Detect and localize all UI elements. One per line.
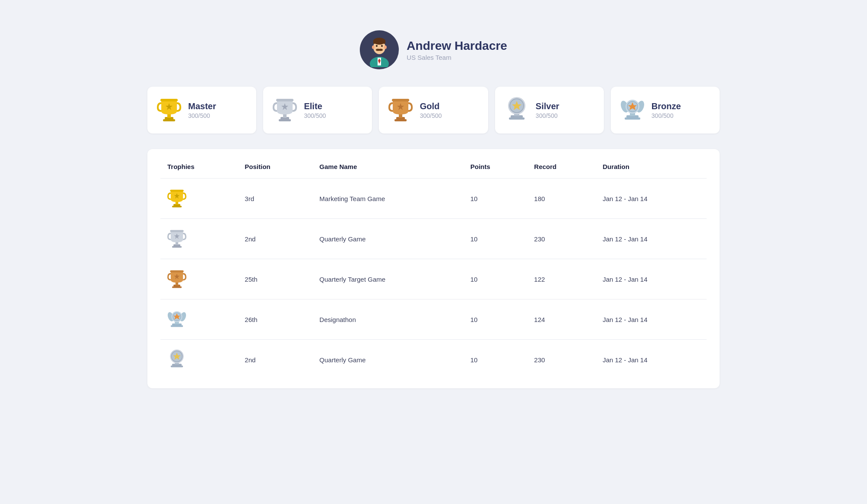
silver-trophy-icon: [505, 95, 529, 125]
row-record: 180: [527, 179, 596, 219]
svg-rect-14: [163, 119, 175, 121]
svg-point-12: [381, 45, 383, 47]
row-record: 124: [527, 299, 596, 340]
row-trophy: [160, 259, 238, 299]
master-card-info: Master 300/500: [188, 101, 216, 119]
profile-team: US Sales Team: [407, 54, 507, 61]
row-position: 3rd: [238, 179, 313, 219]
svg-point-10: [378, 49, 383, 51]
col-duration: Duration: [596, 153, 707, 179]
row-game: Marketing Team Game: [313, 179, 463, 219]
row-position: 2nd: [238, 219, 313, 259]
svg-rect-43: [172, 206, 182, 208]
gold-score: 300/500: [420, 112, 442, 119]
svg-rect-24: [394, 119, 407, 121]
row-points: 10: [463, 259, 527, 299]
svg-rect-66: [171, 366, 183, 367]
svg-rect-29: [509, 117, 525, 120]
row-game: Quarterly Target Game: [313, 259, 463, 299]
svg-point-11: [376, 45, 378, 47]
row-points: 10: [463, 179, 527, 219]
svg-rect-19: [279, 119, 291, 121]
col-trophies: Trophies: [160, 153, 238, 179]
elite-score: 300/500: [304, 112, 326, 119]
svg-rect-26: [392, 99, 409, 101]
svg-rect-55: [170, 270, 183, 273]
profile-info: Andrew Hardacre US Sales Team: [407, 39, 507, 61]
row-duration: Jan 12 - Jan 14: [596, 219, 707, 259]
profile-name: Andrew Hardacre: [407, 39, 507, 53]
row-points: 10: [463, 340, 527, 380]
svg-point-7: [372, 46, 375, 49]
master-trophy-icon: [157, 95, 181, 125]
row-trophy: [160, 179, 238, 219]
svg-rect-6: [373, 40, 385, 44]
svg-rect-35: [625, 117, 640, 120]
col-game: Game Name: [313, 153, 463, 179]
trophy-card-silver: Silver 300/500: [495, 87, 604, 133]
svg-rect-50: [170, 230, 183, 232]
svg-rect-21: [276, 99, 293, 101]
table-row: 25th Quarterly Target Game 10 122 Jan 12…: [160, 259, 707, 299]
row-position: 2nd: [238, 340, 313, 380]
silver-label: Silver: [536, 101, 559, 111]
trophy-card-bronze: Bronze 300/500: [611, 87, 720, 133]
col-record: Record: [527, 153, 596, 179]
bronze-card-info: Bronze 300/500: [652, 101, 681, 119]
svg-rect-16: [160, 99, 178, 101]
row-position: 26th: [238, 299, 313, 340]
row-game: Designathon: [313, 299, 463, 340]
table-section: Trophies Position Game Name Points Recor…: [147, 149, 720, 388]
table-row: 3rd Marketing Team Game 10 180 Jan 12 - …: [160, 179, 707, 219]
profile-section: Andrew Hardacre US Sales Team: [147, 17, 720, 87]
svg-rect-53: [172, 286, 182, 288]
page-container: Andrew Hardacre US Sales Team: [130, 9, 737, 406]
trophies-table: Trophies Position Game Name Points Recor…: [160, 153, 707, 380]
trophy-card-master: Master 300/500: [147, 87, 256, 133]
elite-card-info: Elite 300/500: [304, 101, 326, 119]
avatar: [360, 30, 399, 69]
silver-score: 300/500: [536, 112, 559, 119]
row-duration: Jan 12 - Jan 14: [596, 340, 707, 380]
table-header-row: Trophies Position Game Name Points Recor…: [160, 153, 707, 179]
bronze-score: 300/500: [652, 112, 681, 119]
svg-point-8: [384, 46, 387, 49]
svg-rect-58: [171, 325, 183, 327]
table-row: 2nd Quarterly Game 10 230 Jan 12 - Jan 1…: [160, 219, 707, 259]
row-record: 122: [527, 259, 596, 299]
row-record: 230: [527, 219, 596, 259]
trophy-cards-row: Master 300/500 Elite 3: [147, 87, 720, 133]
col-position: Position: [238, 153, 313, 179]
gold-card-info: Gold 300/500: [420, 101, 442, 119]
table-row: 26th Designathon 10 124 Jan 12 - Jan 14: [160, 299, 707, 340]
elite-label: Elite: [304, 101, 326, 111]
row-record: 230: [527, 340, 596, 380]
svg-rect-45: [170, 190, 183, 192]
row-trophy: [160, 219, 238, 259]
bronze-label: Bronze: [652, 101, 681, 111]
row-duration: Jan 12 - Jan 14: [596, 179, 707, 219]
row-trophy: [160, 299, 238, 340]
row-game: Quarterly Game: [313, 340, 463, 380]
row-points: 10: [463, 219, 527, 259]
col-points: Points: [463, 153, 527, 179]
gold-label: Gold: [420, 101, 442, 111]
row-duration: Jan 12 - Jan 14: [596, 259, 707, 299]
table-row: 2nd Quarterly Game 10 230 Jan 12 - Jan 1…: [160, 340, 707, 380]
svg-rect-48: [172, 246, 182, 248]
trophy-card-gold: Gold 300/500: [379, 87, 488, 133]
gold-trophy-icon: [388, 95, 413, 125]
trophy-card-elite: Elite 300/500: [263, 87, 372, 133]
master-score: 300/500: [188, 112, 216, 119]
elite-trophy-icon: [273, 95, 297, 125]
row-points: 10: [463, 299, 527, 340]
row-game: Quarterly Game: [313, 219, 463, 259]
master-label: Master: [188, 101, 216, 111]
silver-card-info: Silver 300/500: [536, 101, 559, 119]
bronze-trophy-icon: [620, 95, 645, 125]
row-duration: Jan 12 - Jan 14: [596, 299, 707, 340]
row-trophy: [160, 340, 238, 380]
row-position: 25th: [238, 259, 313, 299]
